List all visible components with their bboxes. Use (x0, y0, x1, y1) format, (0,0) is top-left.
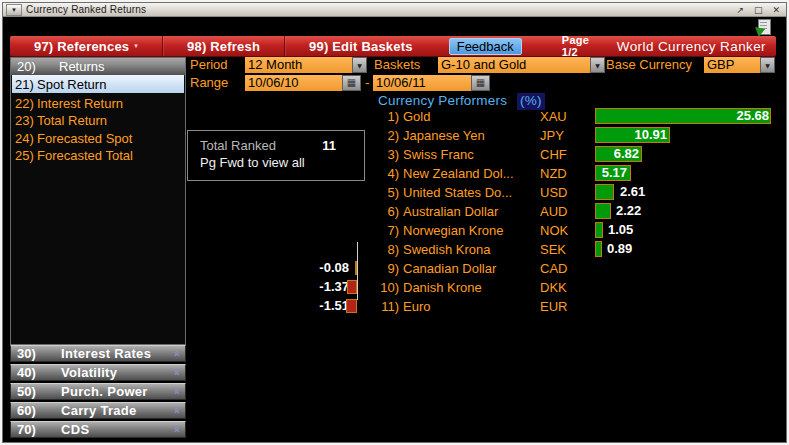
row-name: Gold (403, 109, 430, 124)
row-ticker: NZD (540, 166, 567, 181)
item-num: 50) (11, 384, 61, 399)
row-name: Swedish Krona (403, 242, 490, 257)
sidebar-item-total-return[interactable]: 23) Total Return (12, 112, 184, 129)
row-num: 9) (373, 261, 399, 276)
dropdown-icon: ▼ (11, 7, 17, 13)
item-label: Total Return (37, 113, 107, 128)
range-start-field[interactable]: 10/06/10 (245, 75, 345, 91)
sidebar-item-forecasted-spot[interactable]: 24) Forecasted Spot (12, 130, 184, 147)
window-menu-button[interactable]: ▼ (6, 4, 22, 16)
item-label: Forecasted Spot (37, 131, 132, 146)
baskets-dropdown-button[interactable]: ▼ (590, 57, 605, 73)
window-titlebar: ▼ Currency Ranked Returns ↗ □ ✕ (3, 3, 786, 17)
references-caret-icon: ▾ (134, 42, 138, 50)
row-ticker: USD (540, 185, 567, 200)
dropdown-icon: ▼ (765, 62, 770, 69)
period-label: Period (190, 57, 228, 73)
currency-row[interactable]: 8)Swedish KronaSEK (373, 240, 575, 259)
item-label: Forecasted Total (37, 148, 133, 163)
sidebar-item-purch-power[interactable]: 50) Purch. Power » (10, 383, 186, 400)
row-name: Danish Krone (403, 280, 482, 295)
references-label: 97) References (34, 39, 129, 54)
page-indicator: Page 1/2 (562, 34, 595, 58)
item-num: 21) (12, 77, 33, 92)
app-area: 97) References ▾ 98) Refresh 99) Edit Ba… (3, 17, 786, 442)
currency-row[interactable]: 10)Danish KroneDKK (373, 278, 575, 297)
sidebar-item-cds[interactable]: 70) CDS » (10, 421, 186, 438)
row-ticker: AUD (540, 204, 567, 219)
sidebar-item-forecasted-total[interactable]: 25) Forecasted Total (12, 147, 184, 164)
sidebar-item-volatility[interactable]: 40) Volatility » (10, 364, 186, 381)
terminal-window: ▼ Currency Ranked Returns ↗ □ ✕ 97) Refe… (2, 2, 787, 443)
currency-row[interactable]: 6)Australian DollarAUD (373, 202, 575, 221)
item-label: Spot Return (37, 77, 106, 92)
value-bar-negative (347, 280, 357, 294)
bar-value-label: 5.17 (577, 164, 627, 181)
value-bar-positive (595, 241, 602, 257)
popout-icon[interactable]: ↗ (733, 5, 747, 15)
sidebar-item-carry-trade[interactable]: 60) Carry Trade » (10, 402, 186, 419)
app-title: World Currency Ranker (617, 39, 766, 54)
row-ticker: EUR (540, 299, 567, 314)
maximize-icon[interactable]: □ (751, 5, 766, 15)
base-currency-dropdown-button[interactable]: ▼ (760, 57, 775, 73)
refresh-button[interactable]: 98) Refresh (163, 36, 285, 56)
currency-row[interactable]: 7)Norwegian KroneNOK (373, 221, 575, 240)
row-name: United States Do... (403, 185, 512, 200)
row-ticker: DKK (540, 280, 567, 295)
total-ranked-box: Total Ranked 11 Pg Fwd to view all (187, 130, 365, 181)
bar-value-label: -0.08 (297, 259, 349, 276)
sidebar-header-returns[interactable]: 20) Returns (11, 58, 185, 76)
bar-value-label: 2.61 (620, 183, 645, 200)
row-ticker: XAU (540, 109, 567, 124)
row-num: 4) (373, 166, 399, 181)
references-button[interactable]: 97) References ▾ (10, 36, 163, 56)
sidebar-item-interest-return[interactable]: 22) Interest Return (12, 95, 184, 112)
currency-row[interactable]: 2)Japanese YenJPY (373, 126, 575, 145)
item-num: 60) (11, 403, 61, 418)
item-num: 23) (12, 113, 33, 128)
row-num: 3) (373, 147, 399, 162)
currency-row[interactable]: 4)New Zealand Dol...NZD (373, 164, 575, 183)
total-ranked-label: Total Ranked (200, 138, 276, 153)
sidebar-item-interest-rates[interactable]: 30) Interest Rates » (10, 345, 186, 362)
bar-value-label: 0.89 (607, 240, 632, 257)
currency-row[interactable]: 9)Canadian DollarCAD (373, 259, 575, 278)
export-icon[interactable] (753, 18, 773, 35)
sidebar-panel: 20) Returns 21) Spot Return 22) Interest… (10, 57, 186, 345)
feedback-button[interactable]: Feedback (449, 38, 522, 55)
dropdown-icon: ▼ (357, 62, 362, 69)
currency-row[interactable]: 5)United States Do...USD (373, 183, 575, 202)
value-bar-positive (595, 184, 614, 200)
sidebar-item-spot-return[interactable]: 21) Spot Return (12, 75, 184, 93)
row-name: Swiss Franc (403, 147, 474, 162)
currency-row[interactable]: 11)EuroEUR (373, 297, 575, 316)
item-num: 24) (12, 131, 33, 146)
period-field[interactable]: 12 Month (245, 57, 355, 73)
range-end-field[interactable]: 10/06/11 (373, 75, 474, 91)
currency-row[interactable]: 1)GoldXAU (373, 107, 575, 126)
range-start-calendar-button[interactable]: ▦ (342, 75, 361, 91)
range-label: Range (190, 75, 228, 91)
bar-value-label: -1.37 (297, 278, 349, 295)
row-ticker: SEK (540, 242, 566, 257)
item-label: Purch. Power (61, 384, 173, 399)
refresh-label: 98) Refresh (187, 39, 260, 54)
calendar-icon: ▦ (347, 78, 356, 88)
range-end-calendar-button[interactable]: ▦ (471, 75, 490, 91)
baskets-field[interactable]: G-10 and Gold (438, 57, 595, 73)
window-title: Currency Ranked Returns (26, 4, 146, 15)
currency-row[interactable]: 3)Swiss FrancCHF (373, 145, 575, 164)
row-name: Australian Dollar (403, 204, 498, 219)
close-icon[interactable]: ✕ (769, 5, 783, 15)
period-dropdown-button[interactable]: ▼ (352, 57, 367, 73)
row-num: 5) (373, 185, 399, 200)
item-num: 40) (11, 365, 61, 380)
bar-value-label: -1.51 (297, 297, 349, 314)
dropdown-icon: ▼ (595, 62, 600, 69)
baskets-label: Baskets (374, 57, 420, 73)
base-currency-field[interactable]: GBP (704, 57, 763, 73)
zero-axis-line (357, 242, 358, 300)
chevron-up-icon: » (170, 388, 183, 395)
edit-baskets-button[interactable]: 99) Edit Baskets (285, 36, 437, 56)
